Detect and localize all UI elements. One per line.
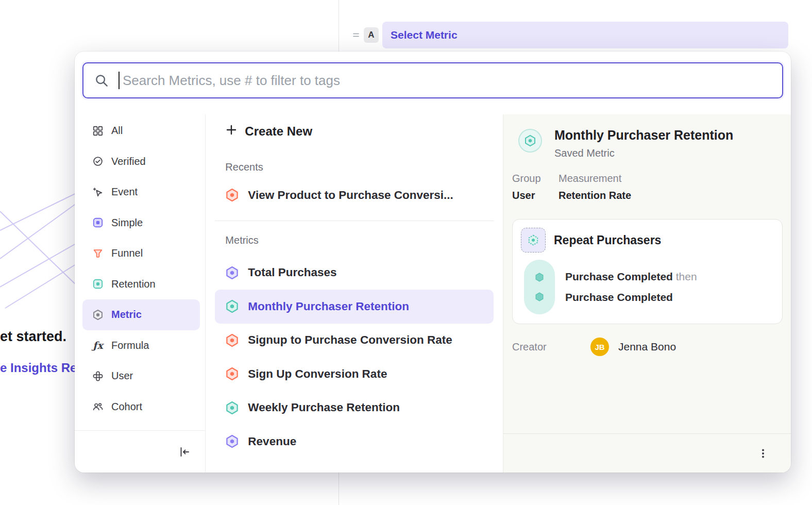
detail-meta: Group User Measurement Retention Rate <box>512 173 783 201</box>
sidebar-item-metric[interactable]: Metric <box>82 299 200 330</box>
funnel-metric-hexagon-icon <box>225 367 239 381</box>
metric-item-monthly-purchaser-retention[interactable]: Monthly Purchaser Retention <box>215 290 494 324</box>
sidebar-footer <box>75 430 205 473</box>
creator-avatar: JB <box>590 338 609 356</box>
metric-item-label: Monthly Purchaser Retention <box>248 300 409 313</box>
metric-item-label: Revenue <box>248 435 296 448</box>
select-metric-field[interactable]: Select Metric <box>382 22 788 48</box>
metric-hexagon-icon <box>92 309 104 321</box>
search-icon <box>94 73 109 88</box>
sidebar-item-user[interactable]: User <box>82 361 200 392</box>
more-options-button[interactable] <box>754 444 772 463</box>
plus-icon <box>225 124 238 139</box>
verified-badge-icon <box>92 155 104 167</box>
step-connector: then <box>676 271 697 282</box>
picker-columns: All Verified Event <box>75 114 791 473</box>
drag-handle-icon[interactable] <box>352 31 360 39</box>
measurement-value: Retention Rate <box>559 190 631 201</box>
event-cursor-icon <box>92 186 104 198</box>
sidebar-item-label: User <box>111 370 133 382</box>
metric-item-signup-to-purchase-conversion-rate[interactable]: Signup to Purchase Conversion Rate <box>215 324 494 358</box>
select-metric-label: Select Metric <box>391 29 458 41</box>
creator-name: Jenna Bono <box>618 341 676 353</box>
sidebar-item-cohort[interactable]: Cohort <box>82 392 200 423</box>
background-link-fragment[interactable]: e Insights Re <box>0 361 77 375</box>
step-2: Purchase Completed <box>565 291 697 304</box>
funnel-metric-hexagon-icon <box>225 333 239 347</box>
behavior-block-icon <box>521 228 546 252</box>
sidebar-item-label: All <box>111 125 123 137</box>
creator-row: Creator JB Jenna Bono <box>512 338 783 356</box>
sidebar-item-formula[interactable]: ƒx Formula <box>82 330 200 361</box>
sidebar-item-funnel[interactable]: Funnel <box>82 238 200 269</box>
filter-list: All Verified Event <box>75 114 205 430</box>
sequence-pill <box>524 260 555 314</box>
step-1-event: Purchase Completed <box>565 271 673 282</box>
metric-definition-card: Repeat Purchasers Purchase Completed the… <box>512 219 783 324</box>
metric-item-revenue[interactable]: Revenue <box>215 425 494 459</box>
retention-metric-hexagon-icon <box>225 401 239 415</box>
funnel-icon <box>92 247 104 260</box>
event-hexagon-icon <box>534 292 545 302</box>
list-divider <box>215 221 494 221</box>
metric-list-column: Create New Recents View Product to Purch… <box>206 114 503 473</box>
definition-header: Repeat Purchasers <box>521 228 774 252</box>
page: { "colors": { "accent": "#5346d4", "sele… <box>0 0 812 505</box>
sidebar-item-all[interactable]: All <box>82 115 200 146</box>
detail-footer <box>503 433 791 473</box>
retention-icon <box>92 278 104 290</box>
metric-item-label: Weekly Purchase Retention <box>248 401 400 414</box>
recent-item-label: View Product to Purchase Conversi... <box>248 189 453 202</box>
simple-metric-icon <box>92 216 104 229</box>
sidebar-item-verified[interactable]: Verified <box>82 146 200 177</box>
metric-item-total-purchases[interactable]: Total Purchases <box>215 256 494 290</box>
group-value: User <box>512 190 559 201</box>
formula-icon: ƒx <box>92 339 104 351</box>
detail-subtitle: Saved Metric <box>554 147 733 159</box>
recent-item[interactable]: View Product to Purchase Conversi... <box>215 178 494 212</box>
create-new-button[interactable]: Create New <box>215 114 494 148</box>
sidebar-item-event[interactable]: Event <box>82 177 200 208</box>
search-bar[interactable] <box>82 62 783 98</box>
group-column: Group User <box>512 173 559 201</box>
search-input[interactable] <box>122 72 782 89</box>
metric-item-sign-up-conversion-rate[interactable]: Sign Up Conversion Rate <box>215 357 494 391</box>
simple-metric-hexagon-icon <box>225 434 239 448</box>
metric-item-label: Signup to Purchase Conversion Rate <box>248 333 452 347</box>
series-badge[interactable]: A <box>364 27 379 43</box>
metric-item-label: Total Purchases <box>248 266 336 279</box>
sidebar-item-label: Retention <box>111 278 156 290</box>
sidebar-item-label: Funnel <box>111 247 143 259</box>
sidebar-item-retention[interactable]: Retention <box>82 269 200 300</box>
filter-sidebar: All Verified Event <box>75 114 206 473</box>
group-label: Group <box>512 173 559 184</box>
grid-icon <box>92 125 104 137</box>
recents-header: Recents <box>215 156 494 178</box>
background-headline-fragment: et started. <box>0 329 66 345</box>
collapse-sidebar-button[interactable] <box>178 446 191 458</box>
retention-metric-hexagon-icon <box>225 299 239 313</box>
sidebar-item-label: Event <box>111 186 138 198</box>
sidebar-item-label: Cohort <box>111 401 142 413</box>
kebab-menu-icon <box>757 447 769 460</box>
sidebar-item-simple[interactable]: Simple <box>82 208 200 239</box>
retention-metric-icon <box>518 129 542 153</box>
measurement-label: Measurement <box>559 173 631 184</box>
sidebar-item-label: Metric <box>111 309 142 321</box>
metric-item-label: Sign Up Conversion Rate <box>248 367 387 381</box>
sidebar-item-label: Verified <box>111 156 146 167</box>
creator-label: Creator <box>512 341 590 353</box>
text-caret <box>119 72 120 89</box>
metric-row: A Select Metric <box>352 21 788 49</box>
measurement-column: Measurement Retention Rate <box>559 173 631 201</box>
step-2-event: Purchase Completed <box>565 291 673 303</box>
event-sequence: Purchase Completed then Purchase Complet… <box>521 260 774 314</box>
cohort-people-icon <box>92 400 104 413</box>
sequence-steps: Purchase Completed then Purchase Complet… <box>565 260 697 314</box>
detail-body: Monthly Purchaser Retention Saved Metric… <box>503 114 791 433</box>
simple-metric-hexagon-icon <box>225 266 239 280</box>
metric-item-weekly-purchase-retention[interactable]: Weekly Purchase Retention <box>215 391 494 425</box>
event-hexagon-icon <box>534 272 545 282</box>
funnel-metric-hexagon-icon <box>225 188 239 202</box>
detail-header: Monthly Purchaser Retention Saved Metric <box>512 128 783 159</box>
